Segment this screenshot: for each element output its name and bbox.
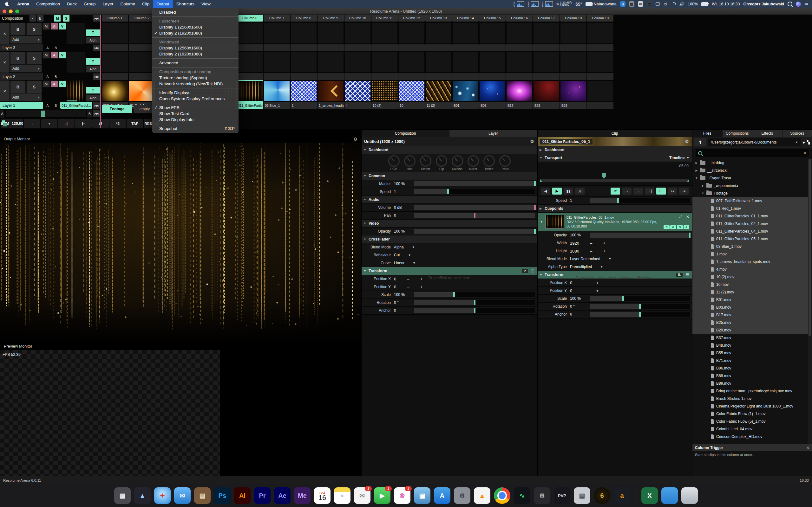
clip-slot[interactable] (533, 80, 560, 101)
dock-icon-audio-tool[interactable]: ∿ (514, 487, 530, 504)
clip-slot[interactable] (129, 80, 155, 101)
clip-slot[interactable] (371, 52, 398, 72)
chevron-right-icon[interactable]: ▶ (701, 184, 705, 187)
dock-icon-facetime[interactable]: ▶1 (374, 487, 391, 504)
comp-slider-rotation[interactable] (414, 300, 535, 305)
clip-slider-speed[interactable] (590, 198, 690, 203)
crossfader-a-assign[interactable]: A (44, 44, 51, 51)
output-menu-item-texture-sharing-syphon[interactable]: Texture sharing (Syphon) (152, 75, 239, 81)
comp-slider-anchor[interactable] (414, 308, 535, 313)
file-011-glitterparticles-02-1-mov[interactable]: 011_GlitterParticles_02_1.mov (693, 220, 808, 228)
column-header-11[interactable]: Column 11 (371, 14, 398, 21)
output-menu-item-display-1-2560x1600[interactable]: Display 1 (2560x1600) (152, 24, 239, 30)
bpm-button-item[interactable]: |+ (75, 119, 92, 128)
volume-icon[interactable]: 🔊 (679, 2, 684, 6)
increment-button[interactable]: + (420, 285, 422, 289)
dock-icon-preview[interactable]: ▣ (414, 487, 430, 504)
clip-slot[interactable] (129, 23, 155, 44)
folder-strzelecki[interactable]: ▶__strzelecki (693, 167, 808, 174)
comp-dropdown-blend-mode[interactable]: Alpha▼ (394, 245, 415, 249)
file-b86-mov[interactable]: B86.mov (693, 364, 808, 372)
transport-play-direction-button[interactable]: → (633, 187, 643, 194)
layer-close-button[interactable]: × (0, 80, 9, 101)
layer-close-button[interactable]: × (0, 23, 9, 44)
composition-bypass-button[interactable]: B (37, 15, 44, 22)
layer-bypass-button[interactable]: B (10, 23, 26, 36)
clip-slot[interactable] (371, 80, 398, 101)
folder-birddog[interactable]: ▶__birddog (693, 159, 808, 167)
decrement-button[interactable]: – (590, 249, 592, 253)
bpm-button-item[interactable]: - (24, 119, 40, 128)
crossfader-handle[interactable] (41, 111, 45, 117)
browser-tab-effects[interactable]: Effects (752, 130, 782, 137)
clip-section-dashboard[interactable]: ▶Dashboard (538, 146, 692, 154)
clip-label[interactable]: 4 (345, 102, 371, 109)
crossfader-b-assign[interactable]: B (52, 44, 60, 51)
dock-icon-premiere[interactable]: Pr (254, 487, 270, 504)
clear-search-icon[interactable]: ✕ (803, 151, 806, 155)
clip-slot[interactable] (560, 52, 587, 72)
channel-r-toggle[interactable]: R (664, 225, 670, 229)
clip-slot[interactable] (345, 23, 371, 44)
comp-section-video[interactable]: ▼Video (362, 220, 537, 228)
column-header-6[interactable]: Column 6 (237, 14, 263, 21)
channel-g-toggle[interactable]: G (670, 225, 676, 229)
dashboard-knob-rgb[interactable]: RGB (388, 155, 400, 171)
clip-slot[interactable] (129, 52, 155, 72)
file-1-arrows-headlamp-spots-mov[interactable]: 1_arrows_headlamp_spots.mov (693, 258, 808, 266)
layer-master-button[interactable]: M (43, 80, 50, 88)
clip-slot[interactable] (264, 80, 290, 101)
clip-slot[interactable] (452, 23, 478, 44)
clip-slot[interactable] (479, 23, 506, 44)
layer-blendmode-dropdown[interactable]: Add▾ (10, 36, 42, 44)
slider-handle[interactable] (639, 312, 641, 317)
layer-video-button[interactable]: V (59, 80, 66, 88)
column-header-12[interactable]: Column 12 (398, 14, 425, 21)
crossfader-a-assign[interactable]: A (44, 102, 51, 109)
clip-slot[interactable] (425, 52, 452, 72)
dashboard-knob-twitch[interactable]: Twitch (484, 155, 495, 171)
clip-label[interactable]: B25 (533, 102, 560, 109)
dock-icon-illustrator[interactable]: Ai (234, 487, 251, 504)
dock-icon-chrome[interactable] (494, 487, 510, 504)
output-menu-item-show-test-card[interactable]: Show Test Card (152, 111, 239, 117)
layer-alpha-button[interactable]: Alph (86, 95, 100, 101)
fast-user-switch[interactable]: Grzegorz Jakubowski (743, 2, 784, 6)
dashboard-knob-flip[interactable]: Flip (436, 155, 447, 171)
output-menu-item-display-2-1920x1080[interactable]: Display 2 (1920x1080) (152, 51, 239, 57)
layer-audio-button[interactable]: A (50, 23, 58, 30)
clip-slot[interactable] (425, 80, 452, 101)
file-b88-mov[interactable]: B88.mov (693, 372, 808, 380)
dock-icon-excel[interactable]: X (641, 487, 658, 504)
menubar-clock[interactable]: Wt. 16.10 16:33 (712, 2, 740, 6)
close-icon[interactable]: ✕ (806, 446, 809, 450)
slider-handle[interactable] (474, 300, 475, 305)
clip-slot[interactable] (587, 23, 613, 44)
file-1-mov[interactable]: 1.mov (693, 250, 808, 258)
output-menu-item-show-fps[interactable]: Show FPS✓ (152, 105, 239, 111)
file-b37-mov[interactable]: B37.mov (693, 334, 808, 342)
transport-in-out-button[interactable]: ⇥ (679, 187, 689, 194)
dock-icon-launchpad[interactable]: ▦ (114, 487, 131, 504)
clip-slot[interactable] (533, 52, 560, 72)
clip-slot[interactable] (425, 23, 452, 44)
clip-slot[interactable] (291, 52, 317, 72)
column-header-16[interactable]: Column 16 (506, 14, 532, 21)
clip-slot[interactable] (452, 80, 478, 101)
output-menu-item-disabled[interactable]: Disabled (152, 9, 239, 15)
menu-app-icon-1[interactable]: ▥ (629, 1, 635, 7)
folder-up-button[interactable]: ⬆ (694, 138, 706, 147)
bpm-button-item[interactable]: + (41, 119, 57, 128)
file-b48-mov[interactable]: B48.mov (693, 342, 808, 349)
increment-button[interactable]: + (596, 280, 599, 285)
file-011-glitterparticles-05-1-mov[interactable]: 011_GlitterParticles_05_1.mov (693, 235, 808, 243)
clip-slot[interactable] (102, 80, 128, 101)
output-menu-item-identify-displays[interactable]: Identify Displays (152, 90, 239, 96)
dock-icon-notebook[interactable]: ▤ (194, 487, 211, 504)
file-b17-mov[interactable]: B17.mov (693, 311, 808, 319)
file-b01-mov[interactable]: B01.mov (693, 296, 808, 303)
comp-section-transform[interactable]: ▼TransformP.☰ (362, 267, 537, 275)
file-b03-mov[interactable]: B03.mov (693, 303, 808, 311)
layer-video-button[interactable]: V (59, 52, 66, 59)
folder-wspomnienia[interactable]: ▶_wspomnienia (693, 182, 808, 189)
